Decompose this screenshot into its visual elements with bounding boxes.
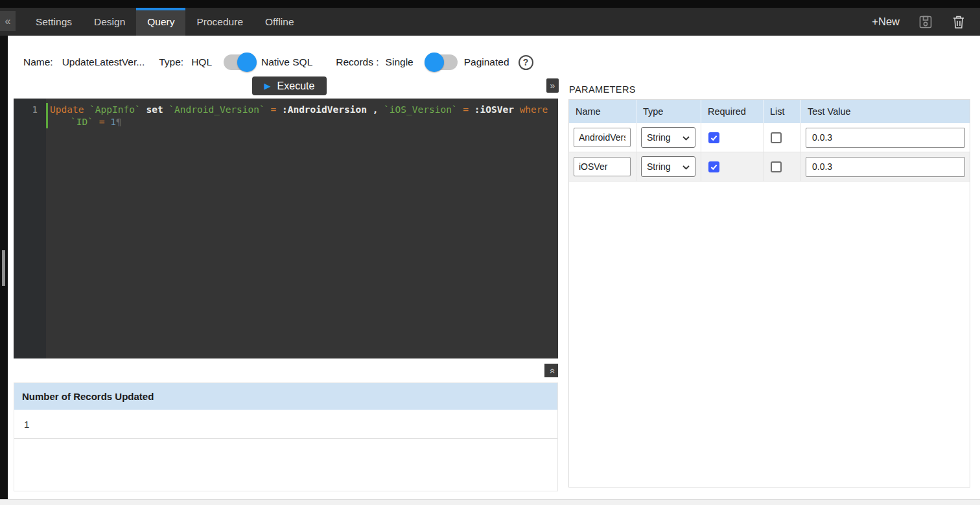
tab-procedure[interactable]: Procedure xyxy=(185,8,254,36)
type-toggle[interactable] xyxy=(224,54,256,70)
code-token: set xyxy=(146,104,169,115)
tab-label: Query xyxy=(147,16,174,28)
panel-collapse-button[interactable]: « xyxy=(0,11,16,31)
param-type-select[interactable]: String xyxy=(641,156,695,177)
line-number-gutter: 1 xyxy=(14,99,46,358)
code-token: 1 xyxy=(110,117,116,127)
required-checkbox[interactable] xyxy=(708,161,719,172)
code-token: `iOS_Version` xyxy=(384,104,463,115)
column-header-list: List xyxy=(764,100,801,123)
param-type-value: String xyxy=(647,132,671,143)
test-value-input[interactable] xyxy=(806,128,965,148)
results-panel: Number of Records Updated 1 xyxy=(14,382,558,491)
results-value: 1 xyxy=(14,410,557,439)
parameter-row: String xyxy=(569,123,970,152)
save-icon[interactable] xyxy=(918,14,933,30)
param-type-value: String xyxy=(647,161,671,172)
code-token: `AppInfo` xyxy=(89,104,146,115)
tab-row: SettingsDesignQueryProcedureOffline +New xyxy=(0,8,980,36)
expand-panel-button[interactable]: » xyxy=(546,78,559,93)
tab-query[interactable]: Query xyxy=(136,8,185,36)
param-type-select[interactable]: String xyxy=(641,127,695,148)
bar-actions: +New xyxy=(872,8,980,36)
param-name-cell xyxy=(569,123,636,152)
list-cell xyxy=(764,123,801,152)
list-checkbox[interactable] xyxy=(771,161,782,172)
query-name-value[interactable]: UpdateLatestVer... xyxy=(62,56,145,68)
tab-label: Settings xyxy=(36,16,72,28)
type-label: Type: xyxy=(159,56,183,68)
test-value-cell xyxy=(801,123,970,152)
type-option-hql[interactable]: HQL xyxy=(191,56,212,68)
tab-bar: SettingsDesignQueryProcedureOffline xyxy=(25,8,305,36)
parameters-panel: Name Type Required List Test Value Strin… xyxy=(568,99,970,487)
code-token: `Android_Version` xyxy=(169,104,270,115)
parameters-table-body: StringString xyxy=(569,123,970,182)
required-cell xyxy=(701,152,764,181)
code-token: = xyxy=(270,104,281,115)
results-header: Number of Records Updated xyxy=(14,383,557,410)
query-toolbar: Name: UpdateLatestVer... Type: HQL Nativ… xyxy=(23,51,533,74)
scrollbar-thumb[interactable] xyxy=(2,250,5,286)
code-token: :iOSVer xyxy=(474,104,520,115)
param-name-input[interactable] xyxy=(574,157,631,176)
parameters-title: PARAMETERS xyxy=(569,84,636,95)
param-type-cell: String xyxy=(636,152,701,181)
tab-label: Offline xyxy=(265,16,294,28)
delete-icon[interactable] xyxy=(951,14,966,30)
records-label: Records : xyxy=(336,56,379,68)
query-editor-page: SettingsDesignQueryProcedureOffline +New xyxy=(0,0,980,505)
execute-button[interactable]: ▶ Execute xyxy=(252,76,327,95)
chevron-down-icon xyxy=(682,132,690,143)
column-header-type: Type xyxy=(636,100,701,123)
records-option-paginated[interactable]: Paginated xyxy=(464,56,509,68)
column-header-name: Name xyxy=(569,100,636,123)
records-option-single[interactable]: Single xyxy=(386,56,414,68)
required-cell xyxy=(701,123,764,152)
top-bar: SettingsDesignQueryProcedureOffline +New xyxy=(0,0,980,36)
toggle-knob xyxy=(425,53,444,72)
tab-label: Procedure xyxy=(196,16,243,28)
top-strip xyxy=(0,0,980,8)
code-token: :AndroidVersion xyxy=(282,104,373,115)
column-header-required: Required xyxy=(701,100,764,123)
tab-offline[interactable]: Offline xyxy=(254,8,305,36)
code-token: where xyxy=(520,104,548,115)
collapse-editor-button[interactable]: » xyxy=(544,364,558,377)
sql-editor[interactable]: 1 Update `AppInfo` set `Android_Version`… xyxy=(14,99,558,358)
tab-label: Design xyxy=(94,16,125,28)
tab-settings[interactable]: Settings xyxy=(25,8,83,36)
play-icon: ▶ xyxy=(264,82,271,90)
toggle-knob xyxy=(237,53,257,72)
code-token: ¶ xyxy=(116,117,122,127)
code-token: = xyxy=(99,117,110,127)
column-header-test-value: Test Value xyxy=(801,100,970,123)
parameters-table-header: Name Type Required List Test Value xyxy=(569,100,970,123)
test-value-input[interactable] xyxy=(806,157,965,177)
code-token: `ID` xyxy=(71,117,99,127)
records-toggle[interactable] xyxy=(425,54,458,70)
code-area[interactable]: Update `AppInfo` set `Android_Version` =… xyxy=(50,104,555,128)
param-name-input[interactable] xyxy=(574,128,631,147)
change-marker xyxy=(46,103,48,128)
parameter-row: String xyxy=(569,152,970,182)
test-value-cell xyxy=(801,152,970,181)
execute-label: Execute xyxy=(277,80,315,92)
code-token: , xyxy=(373,104,384,115)
chevron-up-icon: » xyxy=(546,368,556,373)
line-number: 1 xyxy=(32,104,38,115)
param-type-cell: String xyxy=(636,123,701,152)
type-option-native-sql[interactable]: Native SQL xyxy=(261,56,312,68)
left-scroll-rail xyxy=(0,36,8,499)
list-cell xyxy=(764,152,801,181)
list-checkbox[interactable] xyxy=(771,132,782,143)
code-token: Update xyxy=(50,104,89,115)
horizontal-scrollbar-track[interactable] xyxy=(0,499,980,505)
chevron-down-icon xyxy=(682,161,690,172)
tab-design[interactable]: Design xyxy=(83,8,136,36)
code-token: = xyxy=(463,104,474,115)
param-name-cell xyxy=(569,152,636,181)
new-button[interactable]: +New xyxy=(872,16,900,28)
required-checkbox[interactable] xyxy=(708,132,719,143)
help-icon[interactable]: ? xyxy=(519,55,533,70)
